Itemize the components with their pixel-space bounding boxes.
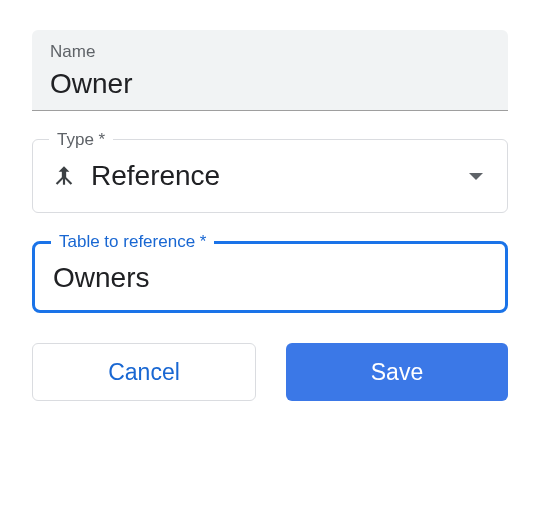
merge-icon [51,163,77,189]
name-field-value: Owner [50,68,490,100]
type-select[interactable]: Type * Reference [32,139,508,213]
chevron-down-icon [469,173,483,180]
dialog-actions: Cancel Save [32,343,508,401]
name-field[interactable]: Name Owner [32,30,508,111]
save-button[interactable]: Save [286,343,508,401]
name-field-label: Name [50,42,490,62]
column-settings-dialog: Name Owner Type * Reference Table to ref… [0,0,540,510]
table-to-reference-value: Owners [35,244,505,310]
type-select-label: Type * [49,130,113,150]
cancel-button[interactable]: Cancel [32,343,256,401]
table-to-reference-select[interactable]: Table to reference * Owners [32,241,508,313]
type-select-value: Reference [91,160,455,192]
table-to-reference-label: Table to reference * [51,232,214,252]
